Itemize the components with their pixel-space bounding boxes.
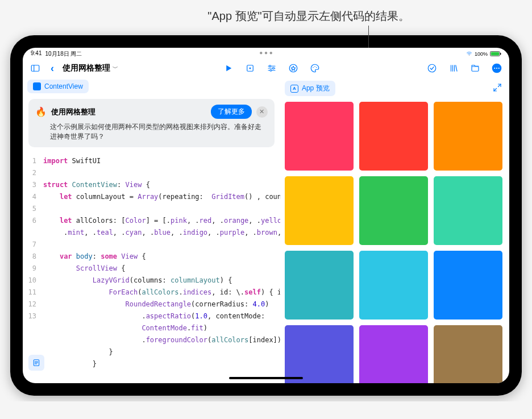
- swift-file-icon: [33, 82, 41, 90]
- line-content: [43, 239, 280, 251]
- code-line[interactable]: 16 }: [23, 358, 280, 370]
- code-line[interactable]: 7: [23, 239, 280, 251]
- color-swatch: [285, 325, 354, 383]
- svg-rect-3: [500, 52, 501, 55]
- banner-title: 使用网格整理: [51, 107, 95, 117]
- svg-point-28: [496, 68, 497, 69]
- line-number: [23, 334, 43, 346]
- line-content: }: [43, 358, 280, 370]
- step-button[interactable]: [243, 61, 257, 75]
- line-number: 4: [23, 191, 43, 203]
- code-line[interactable]: 4 let columnLayout = Array(repeating: Gr…: [23, 191, 280, 203]
- svg-point-12: [269, 65, 271, 67]
- svg-point-19: [316, 67, 317, 68]
- sliders-icon[interactable]: [265, 61, 279, 75]
- line-content: var body: some View {: [43, 251, 280, 263]
- line-content: [43, 203, 280, 215]
- line-content: ScrollView {: [43, 263, 280, 275]
- code-line[interactable]: .mint, .teal, .cyan, .blue, .indigo, .pu…: [23, 227, 280, 239]
- svg-line-31: [494, 89, 497, 92]
- chevron-down-icon: ﹀: [113, 64, 118, 72]
- code-line[interactable]: 3struct ContentView: View {: [23, 179, 280, 191]
- line-number: 7: [23, 239, 43, 251]
- multitask-dots-icon[interactable]: ● ● ●: [259, 49, 273, 56]
- svg-point-14: [270, 69, 272, 71]
- line-number: 12: [23, 298, 43, 310]
- code-editor-pane: ContentView 🔥 使用网格整理 了解更多 ✕ 这: [23, 77, 280, 379]
- close-banner-button[interactable]: ✕: [256, 106, 268, 118]
- color-swatch: [285, 176, 354, 245]
- line-content: .foregroundColor(allColors[index]): [43, 334, 280, 346]
- code-line[interactable]: 1import SwiftUI: [23, 155, 280, 167]
- code-line[interactable]: ContentMode.fit): [23, 322, 280, 334]
- caption-annotation: "App 预览"可自动显示左侧代码的结果。: [10, 6, 522, 35]
- app-preview-icon: [290, 85, 298, 93]
- svg-marker-6: [226, 65, 231, 72]
- line-number: 3: [23, 179, 43, 191]
- tab-label: ContentView: [44, 82, 83, 90]
- fire-icon: 🔥: [35, 106, 47, 117]
- code-line[interactable]: 2: [23, 167, 280, 179]
- preview-color-grid: [282, 99, 505, 383]
- line-number: 8: [23, 251, 43, 263]
- svg-point-8: [250, 68, 251, 69]
- folder-icon[interactable]: [468, 61, 482, 75]
- palette-icon[interactable]: [308, 61, 322, 75]
- document-title[interactable]: 使用网格整理 ﹀: [63, 63, 118, 73]
- line-content: RoundedRectangle(cornerRadius: 4.0): [43, 298, 280, 310]
- code-line[interactable]: }: [23, 346, 280, 358]
- star-button[interactable]: [286, 61, 300, 75]
- library-icon[interactable]: [447, 61, 460, 75]
- tab-contentview[interactable]: ContentView: [27, 80, 89, 93]
- svg-rect-25: [472, 67, 479, 71]
- line-number: 1: [23, 155, 43, 167]
- ipad-device-frame: 9:41 10月18日 周二 ● ● ● 100% ‹ 使用网格整理 ﹀: [10, 35, 522, 396]
- code-editor[interactable]: 1import SwiftUI23struct ContentView: Vie…: [23, 151, 280, 375]
- preview-tab[interactable]: App 预览: [285, 81, 335, 96]
- color-swatch: [359, 176, 428, 245]
- svg-point-20: [428, 64, 436, 72]
- more-button[interactable]: [490, 61, 504, 75]
- line-content: let columnLayout = Array(repeating: Grid…: [43, 191, 280, 203]
- code-line[interactable]: 13 .aspectRatio(1.0, contentMode:: [23, 310, 280, 322]
- line-number: [23, 227, 43, 239]
- code-line[interactable]: 9 ScrollView {: [23, 263, 280, 275]
- docs-button[interactable]: [28, 355, 44, 371]
- code-line[interactable]: 12 RoundedRectangle(cornerRadius: 4.0): [23, 298, 280, 310]
- run-button[interactable]: [222, 61, 235, 75]
- preview-tab-label: App 预览: [302, 84, 330, 93]
- line-number: [23, 322, 43, 334]
- color-swatch: [359, 251, 428, 320]
- color-swatch: [285, 102, 354, 171]
- tab-row: ContentView: [23, 77, 280, 96]
- code-line[interactable]: 10 LazyVGrid(columns: columnLayout) {: [23, 275, 280, 287]
- battery-icon: [490, 51, 501, 57]
- color-swatch: [434, 102, 502, 171]
- checkmark-button[interactable]: [425, 61, 439, 75]
- line-number: 6: [23, 215, 43, 227]
- svg-marker-16: [291, 66, 296, 70]
- content-area: ContentView 🔥 使用网格整理 了解更多 ✕ 这: [23, 77, 509, 379]
- svg-point-0: [469, 55, 469, 55]
- line-content: ContentMode.fit): [43, 322, 280, 334]
- line-content: LazyVGrid(columns: columnLayout) {: [43, 275, 280, 287]
- caption-text: "App 预览"可自动显示左侧代码的结果。: [10, 9, 522, 24]
- line-number: 9: [23, 263, 43, 275]
- sidebar-toggle-icon[interactable]: [28, 61, 42, 75]
- learn-more-button[interactable]: 了解更多: [211, 105, 252, 119]
- svg-point-17: [313, 67, 314, 68]
- svg-point-29: [498, 68, 500, 69]
- code-line[interactable]: 8 var body: some View {: [23, 251, 280, 263]
- app-toolbar: ‹ 使用网格整理 ﹀: [23, 59, 509, 77]
- code-line[interactable]: 5: [23, 203, 280, 215]
- expand-preview-button[interactable]: [492, 82, 502, 94]
- screen: 9:41 10月18日 周二 ● ● ● 100% ‹ 使用网格整理 ﹀: [23, 48, 509, 383]
- code-line[interactable]: 11 ForEach(allColors.indices, id: \.self…: [23, 287, 280, 298]
- code-line[interactable]: .foregroundColor(allColors[index]): [23, 334, 280, 346]
- home-indicator[interactable]: [229, 377, 303, 379]
- info-banner: 🔥 使用网格整理 了解更多 ✕ 这个示例展示如何使用两种不同类型的网格视图来排列…: [28, 99, 275, 147]
- svg-rect-4: [31, 65, 39, 72]
- color-swatch: [434, 325, 502, 383]
- code-line[interactable]: 6 let allColors: [Color] = [.pink, .red,…: [23, 215, 280, 227]
- back-button[interactable]: ‹: [45, 61, 59, 75]
